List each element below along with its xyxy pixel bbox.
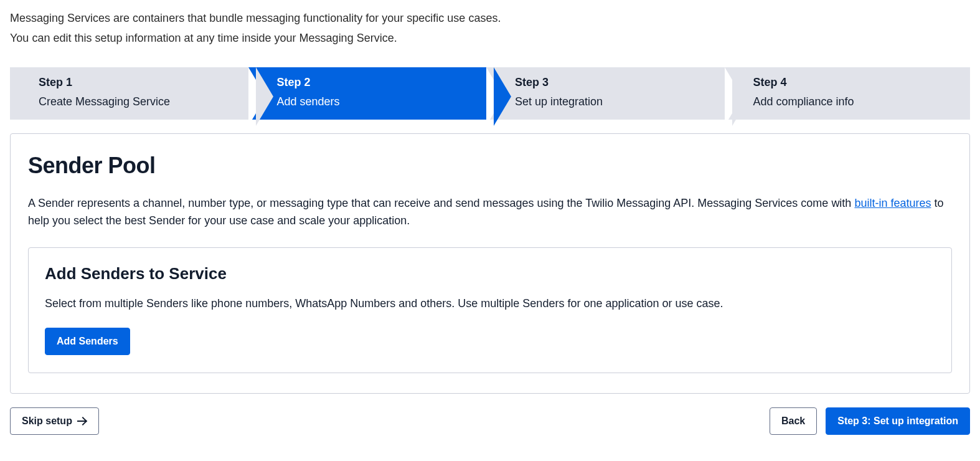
step-title: Step 1 xyxy=(39,76,241,89)
intro-line-2: You can edit this setup information at a… xyxy=(10,30,970,46)
add-senders-button[interactable]: Add Senders xyxy=(45,328,130,355)
next-step-label: Step 3: Set up integration xyxy=(837,416,958,427)
skip-setup-label: Skip setup xyxy=(22,416,72,427)
step-title: Step 3 xyxy=(515,76,717,89)
step-subtitle: Add compliance info xyxy=(753,95,956,108)
step-subtitle: Create Messaging Service xyxy=(39,95,241,108)
step-2[interactable]: Step 2 Add senders xyxy=(248,67,494,120)
add-senders-panel: Add Senders to Service Select from multi… xyxy=(28,247,952,373)
page-description: A Sender represents a channel, number ty… xyxy=(28,195,952,230)
subcard-description: Select from multiple Senders like phone … xyxy=(45,297,935,310)
step-title: Step 2 xyxy=(277,76,479,89)
step-subtitle: Set up integration xyxy=(515,95,717,108)
intro-text: Messaging Services are containers that b… xyxy=(10,10,970,46)
skip-setup-button[interactable]: Skip setup xyxy=(10,407,99,435)
desc-pre: A Sender represents a channel, number ty… xyxy=(28,197,854,209)
arrow-right-icon xyxy=(77,417,87,425)
page-heading: Sender Pool xyxy=(28,153,952,179)
back-label: Back xyxy=(781,416,805,427)
add-senders-button-label: Add Senders xyxy=(57,336,118,347)
step-3[interactable]: Step 3 Set up integration xyxy=(486,67,732,120)
stepper: Step 1 Create Messaging Service Step 2 A… xyxy=(10,67,970,120)
back-button[interactable]: Back xyxy=(770,407,817,435)
intro-line-1: Messaging Services are containers that b… xyxy=(10,10,970,26)
step-title: Step 4 xyxy=(753,76,956,89)
footer-actions: Skip setup Back Step 3: Set up integrati… xyxy=(10,407,970,435)
built-in-features-link[interactable]: built-in features xyxy=(854,197,931,209)
step-4[interactable]: Step 4 Add compliance info xyxy=(725,67,971,120)
next-step-button[interactable]: Step 3: Set up integration xyxy=(826,407,970,435)
subcard-heading: Add Senders to Service xyxy=(45,264,935,283)
step-subtitle: Add senders xyxy=(277,95,479,108)
step-1[interactable]: Step 1 Create Messaging Service xyxy=(10,67,256,120)
sender-pool-card: Sender Pool A Sender represents a channe… xyxy=(10,133,970,394)
